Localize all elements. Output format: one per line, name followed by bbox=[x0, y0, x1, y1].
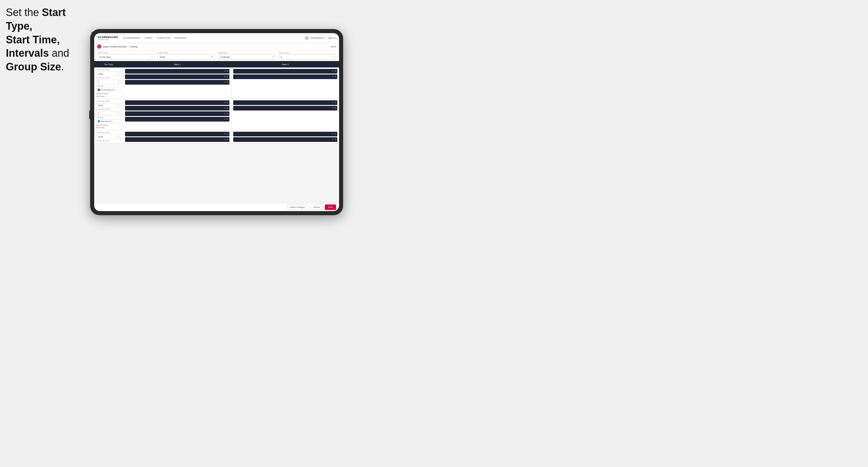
starting-hole-input-1[interactable]: 1 ▲▼ bbox=[96, 80, 121, 84]
instruction-panel: Set the Start Type, Start Time, Interval… bbox=[6, 6, 93, 74]
nav-committee[interactable]: COMMITTEE bbox=[156, 36, 170, 40]
team2-player-edit-1-1[interactable]: ✕ bbox=[332, 70, 334, 72]
group-row-2: STARTING TIME: 10:10 ▲▼ STARTING HOLE: 1… bbox=[94, 99, 339, 130]
col-team1: Team 1 bbox=[123, 61, 231, 67]
time-stepper-2[interactable]: ▲▼ bbox=[118, 104, 119, 107]
intervals-select[interactable]: 10 Minutes ▾ bbox=[218, 54, 276, 60]
instruction-bold3: Group Size bbox=[6, 61, 61, 73]
starting-time-input-2[interactable]: 10:10 ▲▼ bbox=[96, 103, 121, 107]
start-type-chevron: ▾ bbox=[152, 56, 153, 58]
t1p21-menu[interactable]: ☰ bbox=[226, 101, 228, 104]
starting-hole-label-2: STARTING HOLE: bbox=[96, 108, 121, 110]
nav-teams[interactable]: TEAMS bbox=[145, 36, 152, 40]
course-badge-2: East Lake GC ✕ bbox=[96, 119, 121, 123]
starting-time-val-3: 10:20 bbox=[98, 136, 103, 138]
t1p24-x[interactable]: ✕ bbox=[224, 118, 226, 120]
nav-tournaments[interactable]: TOURNAMENTS bbox=[123, 36, 141, 40]
team2-player-action2-1-1[interactable]: ☰ bbox=[334, 70, 336, 72]
t1-player-row-2-2: ✕☰ bbox=[125, 106, 229, 111]
add-group-1[interactable]: Add Group bbox=[96, 95, 121, 97]
player-action2-1-3[interactable]: ☰ bbox=[226, 81, 228, 84]
breadcrumb-tournament[interactable]: Clippd Invitational (Me) bbox=[103, 45, 126, 48]
player-actions-1-2: ✕ ☰ bbox=[224, 75, 228, 78]
starting-hole-label-1: STARTING HOLE: bbox=[96, 77, 121, 79]
t2p32-menu[interactable]: ☰ bbox=[334, 138, 336, 141]
t1p31-x[interactable]: ✕ bbox=[224, 133, 226, 135]
t2p22-x[interactable]: ✕ bbox=[332, 107, 334, 109]
teams-panel-1: ✕ ☰ ✕ ☰ ✕ bbox=[123, 67, 339, 99]
group-row-3: STARTING TIME: 10:20 ▲▼ STARTING HOLE: ✕… bbox=[94, 130, 339, 144]
team2-col-1: ✕ ☰ ✕ ☰ bbox=[231, 67, 339, 99]
add-group-2[interactable]: Add Group bbox=[96, 127, 121, 128]
t1p21-x[interactable]: ✕ bbox=[224, 101, 226, 104]
group-size-value: 3 bbox=[281, 56, 282, 58]
start-time-group: Start Time 10:00 🕐 bbox=[158, 52, 215, 60]
t1p22-x[interactable]: ✕ bbox=[224, 107, 226, 109]
t1p24-menu[interactable]: ☰ bbox=[226, 118, 228, 120]
hole-stepper-2[interactable]: ▲▼ bbox=[118, 112, 119, 115]
player-edit-1-2[interactable]: ✕ bbox=[224, 75, 226, 78]
group-size-group: Group Size 3 ▾ bbox=[279, 52, 336, 60]
t1p23-menu[interactable]: ☰ bbox=[226, 113, 228, 115]
instruction-period: . bbox=[61, 61, 64, 73]
sign-out-link[interactable]: Sign out bbox=[328, 37, 336, 39]
t2-player-row-2-1: ✕☰ bbox=[233, 100, 338, 105]
starting-time-label-3: STARTING TIME: bbox=[96, 132, 121, 133]
instruction-bold2a: Start Time, bbox=[6, 34, 60, 45]
t1-player-row-2-3: ✕☰ bbox=[125, 112, 229, 116]
player-edit-1-1[interactable]: ✕ bbox=[224, 70, 226, 72]
player-row-1-1: ✕ ☰ bbox=[125, 69, 229, 73]
player-action2-1-2[interactable]: ☰ bbox=[226, 75, 228, 78]
starting-hole-input-2[interactable]: 1 ▲▼ bbox=[96, 111, 121, 116]
time-stepper-3[interactable]: ▲▼ bbox=[118, 135, 119, 138]
course-remove-2[interactable]: ✕ bbox=[113, 120, 114, 122]
t2p21-menu[interactable]: ☰ bbox=[334, 101, 336, 104]
player-edit-1-3[interactable]: ✕ bbox=[224, 81, 226, 84]
player-action2-1-1[interactable]: ☰ bbox=[226, 70, 228, 72]
remove-group-1[interactable]: Remove Group bbox=[96, 93, 121, 94]
starting-time-input-1[interactable]: 10:00 ▲▼ bbox=[96, 71, 121, 76]
instruction-bold2b: Intervals bbox=[6, 47, 49, 59]
nav-items: TOURNAMENTS TEAMS COMMITTEE RANKINGS bbox=[123, 36, 305, 40]
starting-time-input-3[interactable]: 10:20 ▲▼ bbox=[96, 134, 121, 139]
user-email: blair@clippd.io bbox=[311, 37, 324, 39]
t2p21-x[interactable]: ✕ bbox=[332, 101, 334, 104]
team2-player-edit-1-2[interactable]: ✕ bbox=[332, 75, 334, 78]
user-avatar bbox=[305, 36, 309, 40]
logo-text: SCOREBOARD bbox=[98, 36, 118, 39]
start-time-select[interactable]: 10:00 🕐 bbox=[158, 54, 215, 60]
t1-player-row-3-2: ✕☰ bbox=[125, 137, 229, 142]
remove-group-2[interactable]: Remove Group bbox=[96, 124, 121, 126]
group-size-select[interactable]: 3 ▾ bbox=[279, 54, 336, 60]
intervals-group: Intervals 10 Minutes ▾ bbox=[218, 52, 276, 60]
t2p32-x[interactable]: ✕ bbox=[332, 138, 334, 141]
back-button[interactable]: Back bbox=[331, 45, 336, 48]
t1p32-x[interactable]: ✕ bbox=[224, 138, 226, 141]
nav-rankings[interactable]: RANKINGS bbox=[175, 36, 187, 40]
start-type-value: 1st Tee Start bbox=[99, 56, 111, 58]
start-type-select[interactable]: 1st Tee Start ▾ bbox=[97, 54, 155, 60]
hole-stepper-1[interactable]: ▲▼ bbox=[118, 81, 119, 84]
t2p22-menu[interactable]: ☰ bbox=[334, 107, 336, 109]
intervals-label: Intervals bbox=[218, 52, 276, 54]
intervals-value: 10 Minutes bbox=[220, 56, 230, 58]
team2-player-action2-1-2[interactable]: ☰ bbox=[334, 75, 336, 78]
t1p23-x[interactable]: ✕ bbox=[224, 113, 226, 115]
t1p31-menu[interactable]: ☰ bbox=[226, 133, 228, 135]
time-stepper-1[interactable]: ▲▼ bbox=[118, 72, 119, 75]
t2-player-row-3-2: ✕☰ bbox=[233, 137, 338, 142]
save-button[interactable]: Save bbox=[325, 205, 336, 210]
breadcrumb-section: Hosting bbox=[129, 45, 137, 48]
t1p22-menu[interactable]: ☰ bbox=[226, 107, 228, 109]
reset-changes-button[interactable]: Reset Changes bbox=[287, 205, 308, 210]
group-size-chevron: ▾ bbox=[333, 56, 334, 58]
start-time-label: Start Time bbox=[158, 52, 215, 54]
t2p31-menu[interactable]: ☰ bbox=[334, 133, 336, 135]
course-remove-1[interactable]: ✕ bbox=[116, 89, 117, 91]
t1p32-menu[interactable]: ☰ bbox=[226, 138, 228, 141]
cancel-button[interactable]: Cancel bbox=[310, 205, 323, 210]
starting-time-label-2: STARTING TIME: bbox=[96, 100, 121, 102]
t2p31-x[interactable]: ✕ bbox=[332, 133, 334, 135]
t1-player-row-2-4: ✕☰ bbox=[125, 117, 229, 122]
settings-bar: Start Type 1st Tee Start ▾ Start Time 10… bbox=[94, 50, 339, 61]
